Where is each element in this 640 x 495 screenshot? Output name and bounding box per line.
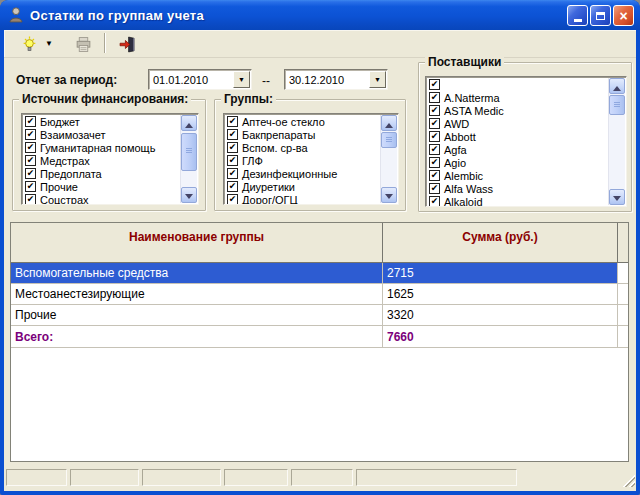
table-row[interactable]: Прочие3320 [11,305,628,326]
statusbar-panel [142,469,221,486]
column-header-sum[interactable]: Сумма (руб.) [383,223,618,262]
filler-cell [618,284,628,304]
checkbox-checked-icon[interactable]: ✔ [429,92,440,103]
checkbox-checked-icon[interactable]: ✔ [429,118,440,129]
checkbox-checked-icon[interactable]: ✔ [227,116,238,127]
checkbox-checked-icon[interactable]: ✔ [429,79,440,90]
suppliers-scrollbar[interactable] [608,78,625,205]
checkbox-checked-icon[interactable]: ✔ [25,181,36,192]
funding-scrollbar[interactable] [180,115,197,203]
checkbox-checked-icon[interactable]: ✔ [227,194,238,205]
funding-list[interactable]: ✔Бюджет✔Взаимозачет✔Гуманитарная помощь✔… [21,113,199,205]
groups-scrollbar[interactable] [380,115,397,203]
checkbox-checked-icon[interactable]: ✔ [25,168,36,179]
run-report-button[interactable] [16,32,42,56]
table-row[interactable]: Местоанестезирующие1625 [11,284,628,305]
list-item-label: Взаимозачет [40,129,106,141]
checkbox-checked-icon[interactable]: ✔ [429,131,440,142]
list-item[interactable]: ✔Предоплата [22,167,198,180]
scroll-up-button[interactable] [181,115,197,131]
resize-grip[interactable] [622,474,635,487]
checkbox-checked-icon[interactable]: ✔ [227,142,238,153]
scroll-down-button[interactable] [609,189,625,205]
list-item[interactable]: ✔Alembic [426,169,626,182]
list-item-label: Abbott [444,131,476,143]
list-item[interactable]: ✔Взаимозачет [22,128,198,141]
list-item[interactable]: ✔AWD [426,117,626,130]
list-item[interactable]: ✔Диуретики [224,180,398,193]
list-item-label: Медстрах [40,155,90,167]
list-item[interactable]: ✔A.Natterma [426,91,626,104]
scroll-up-button[interactable] [609,78,625,94]
groups-title: Группы: [221,92,276,106]
list-item[interactable]: ✔ [426,78,626,91]
date-to-combobox[interactable]: 30.12.2010 ▼ [284,69,388,90]
checkbox-checked-icon[interactable]: ✔ [25,116,36,127]
suppliers-list[interactable]: ✔✔A.Natterma✔ASTA Medic✔AWD✔Abbott✔Agfa✔… [425,76,627,207]
column-header-name[interactable]: Наименование группы [11,223,383,262]
checkbox-checked-icon[interactable]: ✔ [429,157,440,168]
dropdown-arrow-icon: ▼ [238,76,245,83]
list-item-label: Аптеч-ое стекло [242,116,325,128]
list-item[interactable]: ✔Аптеч-ое стекло [224,115,398,128]
statusbar-panel [224,469,288,486]
toolbar-separator [104,33,106,53]
combo-dropdown-button[interactable]: ▼ [233,71,250,88]
list-item[interactable]: ✔Прочие [22,180,198,193]
exit-button[interactable] [114,32,140,56]
list-item-label: Бакпрепараты [242,129,315,141]
checkbox-checked-icon[interactable]: ✔ [429,105,440,116]
checkbox-checked-icon[interactable]: ✔ [25,155,36,166]
list-item[interactable]: ✔Гуманитарная помощь [22,141,198,154]
statusbar-panel [70,469,139,486]
list-item[interactable]: ✔Abbott [426,130,626,143]
list-item[interactable]: ✔Дорог/ОГЦ [224,193,398,205]
list-item[interactable]: ✔Бюджет [22,115,198,128]
checkbox-checked-icon[interactable]: ✔ [429,196,440,207]
group-name-cell: Прочие [11,305,383,325]
title-bar[interactable]: Остатки по группам учета × [0,0,640,30]
list-item[interactable]: ✔Agfa [426,143,626,156]
list-item[interactable]: ✔Вспом. ср-ва [224,141,398,154]
dropdown-arrow-icon: ▼ [45,40,53,48]
total-row[interactable]: Всего:7660 [11,326,628,348]
checkbox-checked-icon[interactable]: ✔ [25,142,36,153]
checkbox-checked-icon[interactable]: ✔ [429,144,440,155]
close-button[interactable]: × [613,5,634,26]
scrollbar-thumb[interactable] [609,95,625,115]
checkbox-checked-icon[interactable]: ✔ [227,155,238,166]
list-item[interactable]: ✔ГЛФ [224,154,398,167]
checkbox-checked-icon[interactable]: ✔ [25,129,36,140]
statusbar-panel [356,469,517,486]
list-item[interactable]: ✔Alkaloid [426,195,626,207]
period-label: Отчет за период: [16,73,117,87]
checkbox-checked-icon[interactable]: ✔ [429,183,440,194]
list-item[interactable]: ✔Agio [426,156,626,169]
date-from-combobox[interactable]: 01.01.2010 ▼ [148,69,252,90]
grid-header: Наименование группы Сумма (руб.) [11,223,628,263]
run-report-dropdown-button[interactable]: ▼ [42,32,56,56]
list-item[interactable]: ✔Дезинфекционные [224,167,398,180]
list-item[interactable]: ✔ASTA Medic [426,104,626,117]
scroll-down-button[interactable] [181,187,197,203]
checkbox-checked-icon[interactable]: ✔ [227,168,238,179]
scrollbar-thumb[interactable] [181,133,197,171]
list-item[interactable]: ✔Соцстрах [22,193,198,205]
list-item[interactable]: ✔Бакпрепараты [224,128,398,141]
minimize-button[interactable] [567,5,588,26]
groups-list[interactable]: ✔Аптеч-ое стекло✔Бакпрепараты✔Вспом. ср-… [223,113,399,205]
list-item[interactable]: ✔Медстрах [22,154,198,167]
date-to-value: 30.12.2010 [285,74,369,86]
checkbox-checked-icon[interactable]: ✔ [227,181,238,192]
print-button[interactable] [70,32,96,56]
checkbox-checked-icon[interactable]: ✔ [429,170,440,181]
combo-dropdown-button[interactable]: ▼ [369,71,386,88]
checkbox-checked-icon[interactable]: ✔ [227,129,238,140]
checkbox-checked-icon[interactable]: ✔ [25,194,36,205]
maximize-button[interactable] [590,5,611,26]
table-row[interactable]: Вспомогательные средства2715 [11,263,628,284]
scrollbar-thumb[interactable] [381,132,397,148]
scroll-down-button[interactable] [381,187,397,203]
scroll-up-button[interactable] [381,115,397,131]
list-item[interactable]: ✔Alfa Wass [426,182,626,195]
